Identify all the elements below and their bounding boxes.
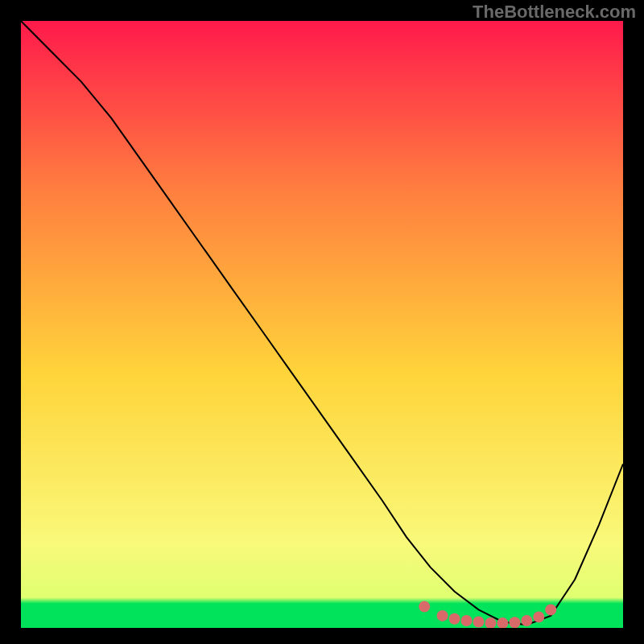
marker-dot [461, 615, 473, 626]
chart-frame: TheBottleneck.com [0, 0, 644, 644]
chart-plot-area [21, 21, 623, 628]
marker-dot [473, 617, 485, 628]
chart-background [21, 21, 623, 628]
marker-dot [449, 613, 460, 625]
marker-dot [419, 601, 430, 613]
marker-dot [437, 610, 448, 621]
marker-dot [545, 604, 556, 615]
watermark-text: TheBottleneck.com [473, 2, 636, 23]
marker-dot [521, 615, 532, 626]
marker-dot [533, 611, 544, 622]
chart-svg [21, 21, 623, 628]
marker-dot [509, 617, 520, 628]
